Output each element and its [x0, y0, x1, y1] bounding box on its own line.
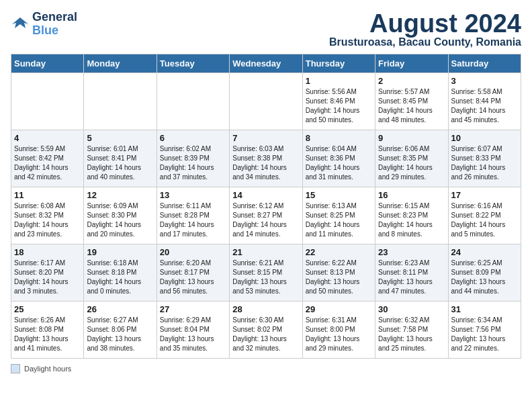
day-number: 10: [451, 133, 518, 143]
day-info: Sunrise: 6:21 AM Sunset: 8:15 PM Dayligh…: [232, 259, 299, 296]
calendar-week-2: 11Sunrise: 6:08 AM Sunset: 8:32 PM Dayli…: [11, 187, 521, 244]
calendar-cell: [230, 73, 302, 130]
day-info: Sunrise: 6:16 AM Sunset: 8:22 PM Dayligh…: [451, 201, 518, 239]
day-number: 14: [232, 190, 299, 200]
legend-label: Daylight hours: [24, 365, 71, 373]
day-number: 5: [87, 133, 153, 143]
day-info: Sunrise: 6:13 AM Sunset: 8:25 PM Dayligh…: [306, 201, 372, 239]
day-number: 21: [232, 247, 299, 257]
day-number: 27: [160, 304, 226, 314]
day-info: Sunrise: 6:15 AM Sunset: 8:23 PM Dayligh…: [378, 201, 445, 239]
logo-icon: [11, 15, 30, 34]
calendar-cell: 6Sunrise: 6:02 AM Sunset: 8:39 PM Daylig…: [157, 130, 229, 187]
day-header-tuesday: Tuesday: [157, 54, 229, 73]
day-number: 7: [232, 133, 299, 143]
calendar-header: SundayMondayTuesdayWednesdayThursdayFrid…: [11, 54, 521, 73]
day-info: Sunrise: 5:56 AM Sunset: 8:46 PM Dayligh…: [306, 87, 372, 125]
day-header-wednesday: Wednesday: [230, 54, 302, 73]
calendar-cell: 26Sunrise: 6:27 AM Sunset: 8:06 PM Dayli…: [84, 302, 157, 359]
day-number: 20: [160, 247, 226, 257]
day-number: 13: [160, 190, 226, 200]
day-info: Sunrise: 6:11 AM Sunset: 8:28 PM Dayligh…: [160, 201, 226, 239]
footer: Daylight hours: [11, 364, 521, 373]
day-number: 11: [14, 190, 81, 200]
calendar-cell: 1Sunrise: 5:56 AM Sunset: 8:46 PM Daylig…: [302, 73, 375, 130]
day-info: Sunrise: 6:34 AM Sunset: 7:56 PM Dayligh…: [451, 316, 518, 353]
day-number: 4: [14, 133, 81, 143]
day-number: 24: [451, 247, 518, 257]
day-info: Sunrise: 6:01 AM Sunset: 8:41 PM Dayligh…: [87, 144, 153, 182]
calendar-cell: 5Sunrise: 6:01 AM Sunset: 8:41 PM Daylig…: [84, 130, 157, 187]
day-number: 16: [378, 190, 445, 200]
day-info: Sunrise: 6:07 AM Sunset: 8:33 PM Dayligh…: [451, 144, 518, 182]
day-info: Sunrise: 6:27 AM Sunset: 8:06 PM Dayligh…: [87, 316, 153, 353]
day-header-sunday: Sunday: [11, 54, 84, 73]
title-area: August 2024 Brusturoasa, Bacau County, R…: [329, 11, 521, 48]
calendar-week-3: 18Sunrise: 6:17 AM Sunset: 8:20 PM Dayli…: [11, 244, 521, 302]
day-number: 8: [306, 133, 372, 143]
day-info: Sunrise: 6:02 AM Sunset: 8:39 PM Dayligh…: [160, 144, 226, 182]
calendar-cell: 13Sunrise: 6:11 AM Sunset: 8:28 PM Dayli…: [157, 187, 229, 244]
day-number: 9: [378, 133, 445, 143]
day-number: 2: [378, 76, 445, 86]
calendar-week-0: 1Sunrise: 5:56 AM Sunset: 8:46 PM Daylig…: [11, 73, 521, 130]
day-info: Sunrise: 5:58 AM Sunset: 8:44 PM Dayligh…: [451, 87, 518, 125]
day-number: 3: [451, 76, 518, 86]
calendar-cell: 10Sunrise: 6:07 AM Sunset: 8:33 PM Dayli…: [448, 130, 521, 187]
day-info: Sunrise: 6:06 AM Sunset: 8:35 PM Dayligh…: [378, 144, 445, 182]
calendar-cell: 16Sunrise: 6:15 AM Sunset: 8:23 PM Dayli…: [375, 187, 448, 244]
day-header-saturday: Saturday: [448, 54, 521, 73]
day-info: Sunrise: 6:26 AM Sunset: 8:08 PM Dayligh…: [14, 316, 81, 353]
calendar-cell: 11Sunrise: 6:08 AM Sunset: 8:32 PM Dayli…: [11, 187, 84, 244]
calendar-cell: [157, 73, 229, 130]
day-info: Sunrise: 5:57 AM Sunset: 8:45 PM Dayligh…: [378, 87, 445, 125]
calendar-cell: 29Sunrise: 6:31 AM Sunset: 8:00 PM Dayli…: [302, 302, 375, 359]
calendar-cell: [84, 73, 157, 130]
calendar-cell: 17Sunrise: 6:16 AM Sunset: 8:22 PM Dayli…: [448, 187, 521, 244]
calendar-cell: 30Sunrise: 6:32 AM Sunset: 7:58 PM Dayli…: [375, 302, 448, 359]
calendar-table: SundayMondayTuesdayWednesdayThursdayFrid…: [11, 54, 521, 359]
day-number: 30: [378, 304, 445, 314]
location-title: Brusturoasa, Bacau County, Romania: [329, 36, 521, 48]
day-number: 19: [87, 247, 153, 257]
calendar-cell: 23Sunrise: 6:23 AM Sunset: 8:11 PM Dayli…: [375, 244, 448, 302]
day-info: Sunrise: 6:09 AM Sunset: 8:30 PM Dayligh…: [87, 201, 153, 239]
day-number: 17: [451, 190, 518, 200]
day-number: 22: [306, 247, 372, 257]
day-number: 12: [87, 190, 153, 200]
day-info: Sunrise: 6:04 AM Sunset: 8:36 PM Dayligh…: [306, 144, 372, 182]
calendar-cell: 27Sunrise: 6:29 AM Sunset: 8:04 PM Dayli…: [157, 302, 229, 359]
day-number: 15: [306, 190, 372, 200]
calendar-cell: 12Sunrise: 6:09 AM Sunset: 8:30 PM Dayli…: [84, 187, 157, 244]
day-info: Sunrise: 6:08 AM Sunset: 8:32 PM Dayligh…: [14, 201, 81, 239]
day-info: Sunrise: 6:22 AM Sunset: 8:13 PM Dayligh…: [306, 259, 372, 296]
day-info: Sunrise: 6:03 AM Sunset: 8:38 PM Dayligh…: [232, 144, 299, 182]
calendar-cell: 3Sunrise: 5:58 AM Sunset: 8:44 PM Daylig…: [448, 73, 521, 130]
day-header-friday: Friday: [375, 54, 448, 73]
day-info: Sunrise: 6:17 AM Sunset: 8:20 PM Dayligh…: [14, 259, 81, 296]
day-info: Sunrise: 5:59 AM Sunset: 8:42 PM Dayligh…: [14, 144, 81, 182]
calendar-cell: 15Sunrise: 6:13 AM Sunset: 8:25 PM Dayli…: [302, 187, 375, 244]
day-info: Sunrise: 6:18 AM Sunset: 8:18 PM Dayligh…: [87, 259, 153, 296]
calendar-cell: 4Sunrise: 5:59 AM Sunset: 8:42 PM Daylig…: [11, 130, 84, 187]
calendar-cell: 22Sunrise: 6:22 AM Sunset: 8:13 PM Dayli…: [302, 244, 375, 302]
calendar-week-4: 25Sunrise: 6:26 AM Sunset: 8:08 PM Dayli…: [11, 302, 521, 359]
day-number: 26: [87, 304, 153, 314]
day-header-monday: Monday: [84, 54, 157, 73]
calendar-cell: 14Sunrise: 6:12 AM Sunset: 8:27 PM Dayli…: [230, 187, 302, 244]
calendar-cell: 31Sunrise: 6:34 AM Sunset: 7:56 PM Dayli…: [448, 302, 521, 359]
calendar-cell: 24Sunrise: 6:25 AM Sunset: 8:09 PM Dayli…: [448, 244, 521, 302]
day-info: Sunrise: 6:25 AM Sunset: 8:09 PM Dayligh…: [451, 259, 518, 296]
day-info: Sunrise: 6:31 AM Sunset: 8:00 PM Dayligh…: [306, 316, 372, 353]
day-info: Sunrise: 6:32 AM Sunset: 7:58 PM Dayligh…: [378, 316, 445, 353]
calendar-cell: 18Sunrise: 6:17 AM Sunset: 8:20 PM Dayli…: [11, 244, 84, 302]
day-info: Sunrise: 6:30 AM Sunset: 8:02 PM Dayligh…: [232, 316, 299, 353]
day-info: Sunrise: 6:12 AM Sunset: 8:27 PM Dayligh…: [232, 201, 299, 239]
logo: General Blue: [11, 11, 77, 38]
day-number: 1: [306, 76, 372, 86]
day-number: 18: [14, 247, 81, 257]
day-info: Sunrise: 6:29 AM Sunset: 8:04 PM Dayligh…: [160, 316, 226, 353]
calendar-cell: 20Sunrise: 6:20 AM Sunset: 8:17 PM Dayli…: [157, 244, 229, 302]
day-number: 29: [306, 304, 372, 314]
month-title: August 2024: [329, 11, 521, 36]
